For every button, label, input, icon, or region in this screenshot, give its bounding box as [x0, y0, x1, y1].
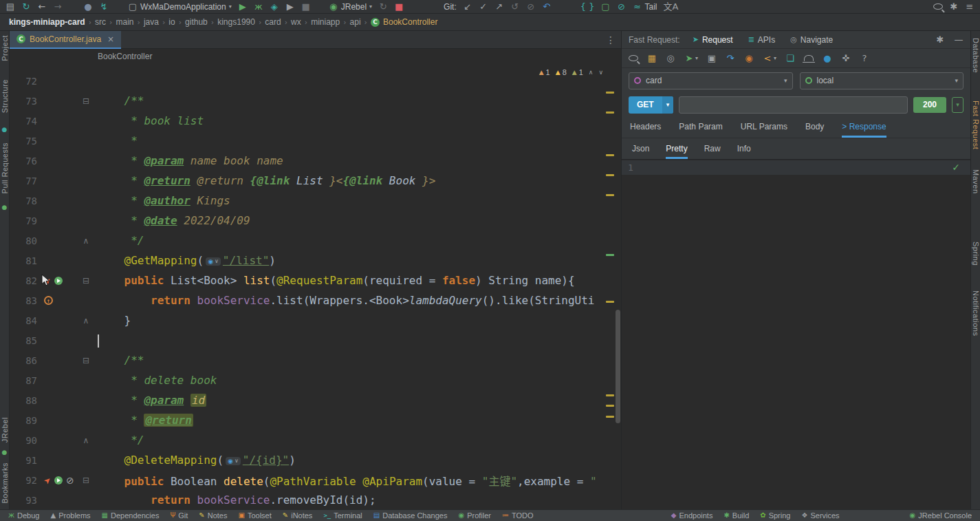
run-button[interactable]: ▶	[238, 2, 248, 11]
back-icon[interactable]: ←	[37, 2, 47, 11]
commit-tool-icon[interactable]: ●	[2, 127, 8, 133]
stop-red-button[interactable]: ■	[394, 2, 404, 11]
line-number[interactable]: 79	[10, 215, 40, 226]
share-icon[interactable]: <	[763, 54, 772, 63]
tab-request[interactable]: ➤Request	[693, 35, 733, 45]
breadcrumb-item[interactable]: src	[93, 17, 108, 27]
response-tab-json[interactable]: Json	[632, 144, 649, 159]
code-editor[interactable]: 7273⊟ /**74 * book list75 *76 * @param n…	[10, 64, 621, 509]
breadcrumb-item[interactable]: io	[166, 17, 177, 27]
statusbar-profiler[interactable]: ◉Profiler	[458, 511, 491, 520]
wrench-icon[interactable]: ✜	[841, 54, 851, 63]
git-stop-icon[interactable]: ⊘	[526, 2, 536, 11]
statusbar-services[interactable]: ❖Services	[801, 511, 839, 520]
settings-button[interactable]: ✱	[949, 2, 959, 11]
response-tab-raw[interactable]: Raw	[704, 144, 721, 159]
tab-options-icon[interactable]: ⋮	[606, 34, 621, 45]
donut-icon[interactable]: ◉	[744, 54, 754, 63]
breadcrumb-item[interactable]: wx	[289, 17, 303, 27]
next-warning-icon[interactable]: ∨	[598, 69, 603, 76]
line-number[interactable]: 76	[10, 156, 40, 167]
code-cleanup-icon[interactable]: ↯	[99, 2, 109, 11]
line-number[interactable]: 87	[10, 375, 40, 386]
tail-button[interactable]: ≈Tail	[632, 2, 657, 12]
line-number[interactable]: 90	[10, 435, 40, 446]
git-label[interactable]: Git:	[444, 2, 457, 12]
line-number[interactable]: 81	[10, 255, 40, 266]
line-number[interactable]: 82	[10, 275, 40, 286]
statusbar-endpoints[interactable]: ◆Endpoints	[671, 511, 713, 520]
run-method-icon[interactable]	[54, 277, 63, 285]
panel-settings-icon[interactable]: ✱	[935, 35, 945, 44]
search-everywhere-button[interactable]	[933, 3, 943, 10]
jrebel-tool-icon[interactable]: ●	[2, 449, 8, 456]
fast-request-rocket-icon[interactable]: ➤	[42, 475, 53, 486]
search-icon[interactable]	[629, 55, 638, 61]
breadcrumb-item[interactable]: miniapp	[309, 17, 342, 27]
fold-marker[interactable]: ∧	[80, 317, 92, 325]
statusbar-problems[interactable]: ▲Problems	[50, 511, 90, 520]
line-number[interactable]: 78	[10, 195, 40, 206]
breadcrumb-item[interactable]: kings-miniapp-card	[7, 17, 87, 27]
save-icon[interactable]: ▣	[707, 54, 717, 63]
jrebel-select[interactable]: ◉JRebel▾	[329, 2, 372, 12]
request-tab-url-params[interactable]: URL Params	[741, 122, 787, 138]
statusbar-toolset[interactable]: ▣Toolset	[238, 511, 271, 520]
translate-icon[interactable]: 文A	[663, 2, 678, 11]
redo-icon[interactable]: ↷	[726, 54, 735, 63]
project-select[interactable]: card ▾	[629, 72, 793, 89]
statusbar-inotes[interactable]: ✎iNotes	[283, 511, 313, 520]
scrollbar-thumb[interactable]	[616, 310, 620, 423]
line-number[interactable]: 83	[10, 295, 40, 306]
line-number[interactable]: 85	[10, 335, 40, 346]
fold-marker[interactable]: ⊟	[80, 277, 92, 285]
line-number[interactable]: 72	[10, 76, 40, 87]
fast-request-inlay-icon[interactable]: ◉∨	[206, 257, 221, 266]
git-history-icon[interactable]: ↺	[510, 2, 520, 11]
git-push-button[interactable]: ↗	[494, 2, 504, 11]
statusbar-todo[interactable]: ≔TODO	[502, 511, 534, 520]
tool-stripe-spring[interactable]: Spring	[972, 242, 980, 266]
prev-warning-icon[interactable]: ∧	[589, 69, 594, 76]
tool-stripe-fast-request[interactable]: Fast Request	[972, 100, 980, 149]
line-number[interactable]: 92	[10, 475, 40, 486]
send-button[interactable]: ➤	[684, 54, 694, 63]
tool-stripe-project[interactable]: Project	[1, 35, 9, 61]
tab-apis[interactable]: ≣APIs	[748, 35, 776, 45]
profile-button[interactable]: ▶	[285, 2, 295, 11]
inspection-widget[interactable]: ▲1▲8▲1∧∨	[539, 68, 603, 76]
git-commit-button[interactable]: ✓	[479, 2, 488, 11]
run-config-select[interactable]: ▢WxMaDemoApplication▾	[128, 2, 232, 12]
statusbar-git[interactable]: ΨGit	[170, 511, 188, 520]
statusbar-debug[interactable]: жDebug	[8, 511, 39, 520]
status-dropdown[interactable]: ▾	[952, 97, 963, 113]
bell-icon[interactable]	[804, 55, 814, 61]
editor-tab[interactable]: C BookController.java ×	[10, 31, 121, 49]
method-select[interactable]: GET ▾	[629, 96, 673, 114]
docs-book-icon[interactable]: ❏	[785, 54, 795, 63]
line-number[interactable]: 86	[10, 355, 40, 366]
request-tab-path-param[interactable]: Path Param	[679, 122, 722, 138]
fold-marker[interactable]: ∧	[80, 436, 92, 445]
git-update-button[interactable]: ↙	[463, 2, 472, 11]
statusbar-spring[interactable]: ✿Spring	[760, 511, 790, 520]
window-options-icon[interactable]: ▤	[6, 2, 15, 11]
debug-button[interactable]: ж	[254, 2, 263, 11]
tool-stripe-bookmarks[interactable]: Bookmarks	[1, 462, 9, 504]
main-menu-button[interactable]: ≡	[965, 2, 974, 11]
statusbar-terminal[interactable]: >_Terminal	[323, 511, 362, 520]
close-icon[interactable]: ×	[107, 34, 114, 44]
line-number[interactable]: 77	[10, 176, 40, 187]
run-method-icon[interactable]	[54, 476, 63, 485]
target-icon[interactable]: ◎	[666, 54, 675, 63]
statusbar-jrebel-console[interactable]: ◉JRebel Console	[910, 511, 972, 520]
line-number[interactable]: 80	[10, 235, 40, 246]
line-number[interactable]: 93	[10, 495, 40, 506]
console-icon[interactable]: ▢	[600, 2, 610, 11]
ball-icon[interactable]: ●	[823, 54, 832, 63]
line-number[interactable]: 91	[10, 455, 40, 466]
request-tab-headers[interactable]: Headers	[630, 122, 661, 138]
statusbar-dependencies[interactable]: ▦Dependencies	[102, 511, 160, 520]
fold-marker[interactable]: ⊟	[80, 97, 92, 105]
env-select[interactable]: local ▾	[800, 72, 964, 89]
